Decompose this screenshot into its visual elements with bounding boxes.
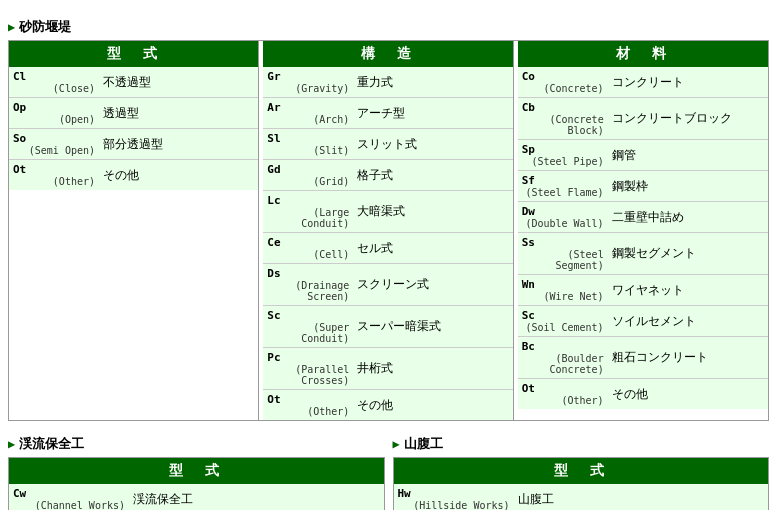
sanpuku-title-text: 山腹工 [404,435,443,453]
entry-code: Cb (Concrete Block) [518,98,608,139]
list-item: Cl (Close) 不透過型 [9,67,258,98]
code-abbr: Ar [267,101,349,114]
code-abbr: Cw [13,487,125,500]
code-full: (Steel Flame) [522,187,604,198]
entry-code: Sc (Soil Cement) [518,306,608,336]
sanpuku-section: ▶ 山腹工 型 式 Hw (Hillside Works) 山腹工 [393,425,770,510]
kerryu-section-title: ▶ 渓流保全工 [8,435,385,453]
entry-label: 透過型 [99,98,258,128]
entry-label: スクリーン式 [353,264,512,305]
kerryu-title-text: 渓流保全工 [19,435,84,453]
entry-code: Sc (Super Conduit) [263,306,353,347]
entry-label: 重力式 [353,67,512,97]
sabo-col-material: 材 料 Co (Concrete) コンクリート Cb (Concrete Bl… [518,41,768,420]
code-full: (Grid) [267,176,349,187]
sabo-col-structure: 構 造 Gr (Gravity) 重力式 Ar (Arch) アーチ型 Sl (… [263,41,513,420]
code-abbr: Dw [522,205,604,218]
code-full: (Close) [13,83,95,94]
code-abbr: Pc [267,351,349,364]
entry-code: Cw (Channel Works) [9,484,129,510]
entry-label: 山腹工 [514,484,769,510]
sanpuku-arrow: ▶ [393,437,400,451]
code-abbr: Ds [267,267,349,280]
list-item: Op (Open) 透過型 [9,98,258,129]
entry-code: So (Semi Open) [9,129,99,159]
entry-code: Sf (Steel Flame) [518,171,608,201]
list-item: Ot (Other) その他 [518,379,768,409]
entry-code: Gr (Gravity) [263,67,353,97]
code-abbr: Ot [13,163,95,176]
entry-label: コンクリートブロック [608,98,768,139]
entry-label: 格子式 [353,160,512,190]
entry-label: その他 [99,160,258,190]
code-full: (Slit) [267,145,349,156]
code-full: (Steel Pipe) [522,156,604,167]
entry-label: スーパー暗渠式 [353,306,512,347]
entry-label: 部分透過型 [99,129,258,159]
entry-code: Wn (Wire Net) [518,275,608,305]
code-abbr: Co [522,70,604,83]
entry-code: Ds (Drainage Screen) [263,264,353,305]
list-item: Bc (Boulder Concrete) 粗石コンクリート [518,337,768,379]
sanpuku-col-type-header: 型 式 [394,458,769,484]
entry-code: Ar (Arch) [263,98,353,128]
list-item: Sp (Steel Pipe) 鋼管 [518,140,768,171]
second-section: ▶ 渓流保全工 型 式 Cw (Channel Works) 渓流保全工 ▶ 山… [8,425,769,510]
entry-code: Hw (Hillside Works) [394,484,514,510]
code-abbr: Bc [522,340,604,353]
sabo-col-material-header: 材 料 [518,41,768,67]
list-item: Ds (Drainage Screen) スクリーン式 [263,264,512,306]
entry-code: Sp (Steel Pipe) [518,140,608,170]
list-item: Co (Concrete) コンクリート [518,67,768,98]
code-full: (Steel Segment) [522,249,604,271]
code-full: (Super Conduit) [267,322,349,344]
entry-label: アーチ型 [353,98,512,128]
code-abbr: Wn [522,278,604,291]
entry-label: 二重壁中詰め [608,202,768,232]
list-item: Cw (Channel Works) 渓流保全工 [9,484,384,510]
list-item: Cb (Concrete Block) コンクリートブロック [518,98,768,140]
code-full: (Hillside Works) [398,500,510,510]
code-abbr: Cb [522,101,604,114]
entry-label: ソイルセメント [608,306,768,336]
entry-code: Co (Concrete) [518,67,608,97]
entry-label: その他 [608,379,768,409]
code-full: (Concrete Block) [522,114,604,136]
entry-code: Cl (Close) [9,67,99,97]
entry-label: 井桁式 [353,348,512,389]
code-abbr: So [13,132,95,145]
code-full: (Open) [13,114,95,125]
entry-label: 渓流保全工 [129,484,384,510]
code-full: (Channel Works) [13,500,125,510]
entry-code: Bc (Boulder Concrete) [518,337,608,378]
code-full: (Concrete) [522,83,604,94]
code-full: (Boulder Concrete) [522,353,604,375]
entry-code: Dw (Double Wall) [518,202,608,232]
code-full: (Wire Net) [522,291,604,302]
entry-code: Op (Open) [9,98,99,128]
code-full: (Large Conduit) [267,207,349,229]
sabo-main-grid: 型 式 Cl (Close) 不透過型 Op (Open) 透過型 So (Se… [8,40,769,421]
list-item: Gd (Grid) 格子式 [263,160,512,191]
entry-label: コンクリート [608,67,768,97]
code-abbr: Ot [522,382,604,395]
entry-label: 鋼管 [608,140,768,170]
code-abbr: Sf [522,174,604,187]
code-abbr: Sp [522,143,604,156]
list-item: Gr (Gravity) 重力式 [263,67,512,98]
code-abbr: Ot [267,393,349,406]
list-item: Ot (Other) その他 [263,390,512,420]
kerryu-arrow: ▶ [8,437,15,451]
code-abbr: Sc [267,309,349,322]
entry-code: Ot (Other) [9,160,99,190]
sabo-col-type: 型 式 Cl (Close) 不透過型 Op (Open) 透過型 So (Se… [9,41,259,420]
code-abbr: Cl [13,70,95,83]
sabo-arrow: ▶ [8,20,15,34]
entry-label: スリット式 [353,129,512,159]
entry-code: Gd (Grid) [263,160,353,190]
code-abbr: Op [13,101,95,114]
entry-code: Ce (Cell) [263,233,353,263]
list-item: Hw (Hillside Works) 山腹工 [394,484,769,510]
entry-label: 鋼製セグメント [608,233,768,274]
code-full: (Soil Cement) [522,322,604,333]
